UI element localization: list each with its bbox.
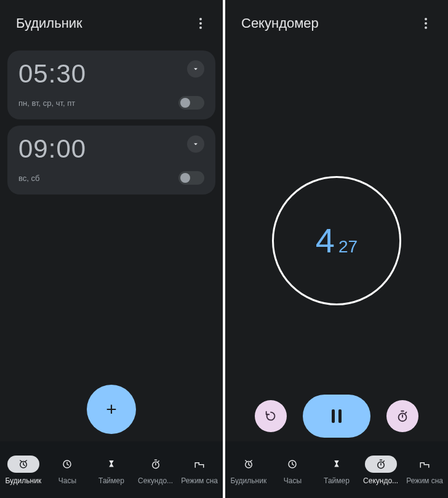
more-vert-icon [425,18,427,29]
pause-button[interactable] [303,395,370,438]
phone-stopwatch: Секундомер 4 27 [225,0,448,498]
alarm-days: пн, вт, ср, чт, пт [18,98,75,108]
stopwatch-icon [396,409,409,423]
nav-label: Будильник [230,476,266,485]
pause-icon [338,409,342,423]
nav-label: Режим сна [181,476,218,485]
bottom-nav: Будильник Часы Таймер Секундо... Режим с… [225,441,448,498]
stopwatch-display: 4 27 [225,39,448,441]
page-title: Секундомер [241,15,319,31]
alarm-time: 09:00 [18,134,86,164]
alarm-toggle[interactable] [178,96,204,110]
clock-icon [287,459,298,470]
reset-icon [264,409,278,423]
stopwatch-centiseconds: 27 [338,237,358,257]
nav-alarm[interactable]: Будильник [1,456,46,485]
add-alarm-button[interactable]: + [87,385,136,434]
expand-button[interactable] [187,60,204,78]
chevron-down-icon [191,140,200,148]
alarm-icon [243,459,254,470]
appbar: Секундомер [225,0,448,39]
hourglass-icon [331,459,342,470]
nav-stopwatch[interactable]: Секундо... [359,456,403,485]
expand-button[interactable] [187,135,204,153]
page-title: Будильник [16,15,82,31]
hourglass-icon [106,459,117,470]
pause-icon [332,409,335,423]
alarm-card[interactable]: 09:00 вс, сб [7,126,215,195]
nav-label: Будильник [5,476,41,485]
bed-icon [194,459,205,470]
nav-label: Таймер [98,476,124,485]
more-menu-button[interactable] [191,14,210,33]
more-vert-icon [199,18,202,29]
nav-bedtime[interactable]: Режим сна [177,456,222,485]
nav-alarm[interactable]: Будильник [226,456,271,485]
stopwatch-seconds: 4 [316,220,335,260]
nav-timer[interactable]: Таймер [314,456,359,485]
stopwatch-icon [375,459,386,470]
nav-bedtime[interactable]: Режим сна [402,456,447,485]
phone-alarm: Будильник 05:30 пн, вт, ср, чт, пт [0,0,223,498]
alarm-toggle[interactable] [178,171,204,185]
alarm-time: 05:30 [18,59,86,89]
nav-label: Часы [58,476,76,485]
nav-label: Секундо... [138,476,173,485]
nav-stopwatch[interactable]: Секундо... [134,456,178,485]
nav-clock[interactable]: Часы [271,456,315,485]
reset-button[interactable] [255,400,287,432]
nav-label: Таймер [324,476,350,485]
bed-icon [419,459,430,470]
nav-clock[interactable]: Часы [46,456,90,485]
stopwatch-controls [225,395,448,438]
stopwatch-circle: 4 27 [272,176,401,305]
alarm-card[interactable]: 05:30 пн, вт, ср, чт, пт [7,50,215,119]
more-menu-button[interactable] [416,14,436,33]
bottom-nav: Будильник Часы Таймер Секундо... Режим с… [0,441,223,498]
nav-label: Секундо... [363,476,398,485]
nav-label: Часы [284,476,302,485]
appbar: Будильник [0,0,223,39]
nav-timer[interactable]: Таймер [89,456,134,485]
chevron-down-icon [191,65,200,73]
lap-button[interactable] [386,400,418,432]
stopwatch-icon [150,459,161,470]
alarm-icon [18,459,29,470]
plus-icon: + [106,399,117,420]
alarm-list: 05:30 пн, вт, ср, чт, пт 09:00 [0,39,223,441]
clock-icon [62,459,73,470]
nav-label: Режим сна [406,476,443,485]
alarm-days: вс, сб [18,174,39,183]
